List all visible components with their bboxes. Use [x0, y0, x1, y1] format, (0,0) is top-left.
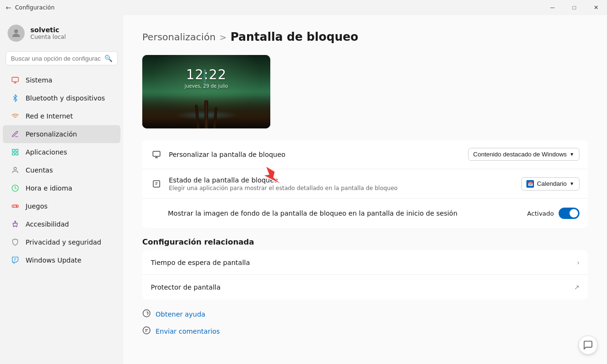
links-section: Obtener ayuda Enviar comentarios	[142, 307, 588, 338]
sidebar-item-privacidad[interactable]: Privacidad y seguridad	[3, 233, 120, 251]
chat-bubble-button[interactable]	[579, 336, 598, 355]
svg-point-11	[17, 206, 17, 207]
sidebar-item-juegos[interactable]: Juegos	[3, 197, 120, 215]
accesibilidad-icon	[10, 219, 20, 229]
sidebar-item-aplicaciones[interactable]: Aplicaciones	[3, 143, 120, 161]
estado-icon	[151, 178, 162, 190]
estado-dropdown-label: Calendario	[537, 180, 567, 187]
chevron-down-icon-2: ▼	[570, 181, 574, 186]
personalizar-dropdown[interactable]: Contenido destacado de Windows ▼	[468, 148, 579, 161]
estado-control: 📅 Calendario ▼	[521, 177, 579, 191]
breadcrumb-separator: >	[220, 32, 227, 42]
sidebar-item-red[interactable]: Red e Internet	[3, 107, 120, 125]
estado-dropdown[interactable]: 📅 Calendario ▼	[521, 177, 579, 191]
sidebar-item-accesibilidad[interactable]: Accesibilidad	[3, 215, 120, 233]
user-info: solvetic Cuenta local	[30, 26, 66, 40]
juegos-icon	[10, 201, 20, 211]
sidebar-item-label-personalizacion: Personalización	[26, 130, 77, 138]
close-button[interactable]: ✕	[585, 0, 607, 15]
calendar-icon: 📅	[526, 180, 534, 188]
ayuda-link[interactable]: Obtener ayuda	[156, 310, 205, 318]
sidebar-item-personalizacion[interactable]: Personalización	[3, 125, 120, 143]
svg-point-6	[14, 167, 16, 170]
link-row-ayuda[interactable]: Obtener ayuda	[142, 307, 588, 321]
app-body: solvetic Cuenta local 🔍 Sistema Bluetoot…	[0, 15, 607, 364]
sidebar-item-sistema[interactable]: Sistema	[3, 71, 120, 89]
estado-subtitle: Elegir una aplicación para mostrar el es…	[169, 185, 515, 191]
minimize-button[interactable]: ─	[542, 0, 563, 15]
sidebar-item-label-sistema: Sistema	[26, 76, 52, 84]
avatar	[8, 25, 25, 42]
personalizar-title: Personalizar la pantalla de bloqueo	[169, 151, 461, 158]
svg-rect-1	[12, 77, 18, 82]
feedback-icon	[142, 326, 151, 337]
svg-point-0	[14, 29, 18, 33]
estado-text: Estado de la pantalla de bloqueo Elegir …	[169, 176, 515, 191]
back-icon[interactable]: ←	[6, 4, 11, 11]
settings-section: Personalizar la pantalla de bloqueo Cont…	[142, 140, 588, 228]
fondo-toggle[interactable]	[559, 208, 579, 219]
svg-point-13	[15, 221, 16, 222]
hora-icon	[10, 183, 20, 193]
search-input[interactable]	[11, 55, 101, 62]
svg-rect-5	[16, 153, 18, 155]
sidebar-item-bluetooth[interactable]: Bluetooth y dispositivos	[3, 89, 120, 107]
sidebar-item-label-aplicaciones: Aplicaciones	[26, 148, 67, 156]
protector-title: Protector de pantalla	[151, 283, 567, 291]
search-box[interactable]: 🔍	[6, 51, 118, 65]
aplicaciones-icon	[10, 147, 20, 157]
titlebar-controls: ─ □ ✕	[542, 0, 607, 15]
user-profile: solvetic Cuenta local	[0, 19, 123, 49]
related-row-protector[interactable]: Protector de pantalla ↗	[142, 275, 588, 300]
maximize-button[interactable]: □	[563, 0, 585, 15]
sidebar-item-label-red: Red e Internet	[26, 112, 73, 120]
tiempo-title: Tiempo de espera de pantalla	[151, 259, 570, 266]
sidebar-item-label-juegos: Juegos	[26, 202, 47, 210]
windows_update-icon	[10, 255, 20, 265]
related-row-tiempo[interactable]: Tiempo de espera de pantalla ›	[142, 250, 588, 275]
titlebar-title: Configuración	[15, 4, 55, 11]
sidebar-item-label-hora: Hora e idioma	[26, 184, 72, 192]
svg-rect-4	[12, 153, 15, 155]
personalizar-text: Personalizar la pantalla de bloqueo	[169, 151, 461, 158]
related-section: Tiempo de espera de pantalla › Protector…	[142, 250, 588, 300]
personalizar-dropdown-label: Contenido destacado de Windows	[473, 151, 567, 158]
fondo-control: Activado	[527, 208, 579, 219]
fondo-toggle-label: Activado	[527, 210, 554, 217]
sidebar-item-hora[interactable]: Hora e idioma	[3, 179, 120, 197]
user-name: solvetic	[30, 26, 66, 34]
fondo-title: Mostrar la imagen de fondo de la pantall…	[168, 209, 521, 217]
cuentas-icon	[10, 165, 20, 175]
lockscreen-hour: 12:22	[184, 67, 228, 82]
breadcrumb-parent[interactable]: Personalización	[142, 31, 216, 43]
svg-rect-2	[12, 149, 15, 152]
settings-row-fondo: Mostrar la imagen de fondo de la pantall…	[142, 199, 588, 228]
help-icon	[142, 309, 151, 319]
fondo-text: Mostrar la imagen de fondo de la pantall…	[151, 209, 521, 217]
sistema-icon	[10, 75, 20, 85]
svg-rect-12	[12, 205, 18, 207]
settings-row-estado: Estado de la pantalla de bloqueo Elegir …	[142, 169, 588, 199]
sidebar-item-label-bluetooth: Bluetooth y dispositivos	[26, 94, 105, 102]
nav-list: Sistema Bluetooth y dispositivos Red e I…	[0, 71, 123, 269]
sidebar-item-label-accesibilidad: Accesibilidad	[26, 220, 69, 228]
personalizar-icon	[151, 149, 162, 160]
sidebar-item-windows_update[interactable]: Windows Update	[3, 251, 120, 269]
red-icon	[10, 111, 20, 121]
user-type: Cuenta local	[30, 34, 66, 40]
sidebar-item-cuentas[interactable]: Cuentas	[3, 161, 120, 179]
titlebar-left: ← Configuración	[6, 4, 55, 11]
lockscreen-preview: 12:22 jueves, 29 de julio	[142, 55, 270, 128]
main-content: Personalización > Pantalla de bloqueo 12…	[123, 15, 607, 364]
lockscreen-time: 12:22 jueves, 29 de julio	[184, 67, 228, 89]
link-row-comentarios[interactable]: Enviar comentarios	[142, 324, 588, 338]
svg-point-19	[143, 327, 150, 334]
titlebar: ← Configuración ─ □ ✕	[0, 0, 607, 15]
comentarios-link[interactable]: Enviar comentarios	[156, 328, 220, 335]
breadcrumb-current: Pantalla de bloqueo	[230, 30, 359, 44]
sidebar-item-label-privacidad: Privacidad y seguridad	[26, 238, 101, 246]
personalizar-control: Contenido destacado de Windows ▼	[468, 148, 579, 161]
related-section-title: Configuración relacionada	[142, 237, 588, 246]
sidebar-item-label-windows_update: Windows Update	[26, 256, 82, 264]
sidebar-item-label-cuentas: Cuentas	[26, 166, 53, 174]
